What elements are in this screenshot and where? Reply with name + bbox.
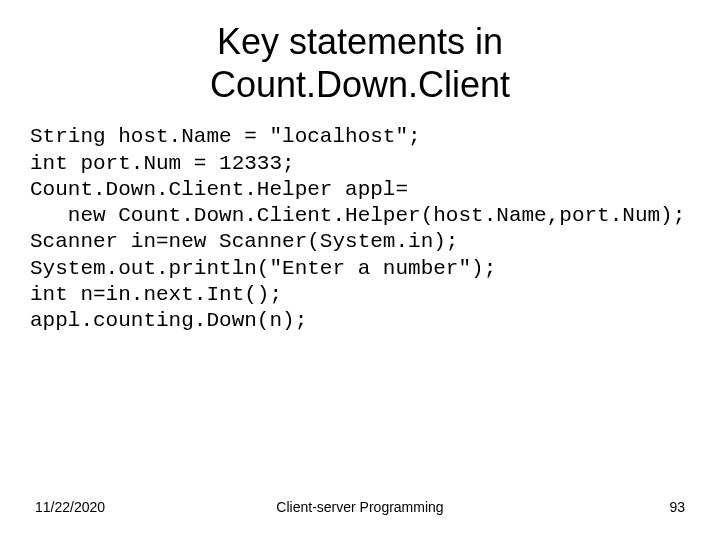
- title-line-1: Key statements in: [217, 21, 503, 62]
- slide-footer: 11/22/2020 Client-server Programming 93: [30, 499, 690, 520]
- footer-page-number: 93: [468, 499, 685, 515]
- slide-title: Key statements in Count.Down.Client: [30, 20, 690, 106]
- footer-date: 11/22/2020: [35, 499, 252, 515]
- title-line-2: Count.Down.Client: [210, 64, 510, 105]
- footer-subject: Client-server Programming: [252, 499, 469, 515]
- code-block: String host.Name = "localhost"; int port…: [30, 124, 690, 499]
- slide-container: Key statements in Count.Down.Client Stri…: [0, 0, 720, 540]
